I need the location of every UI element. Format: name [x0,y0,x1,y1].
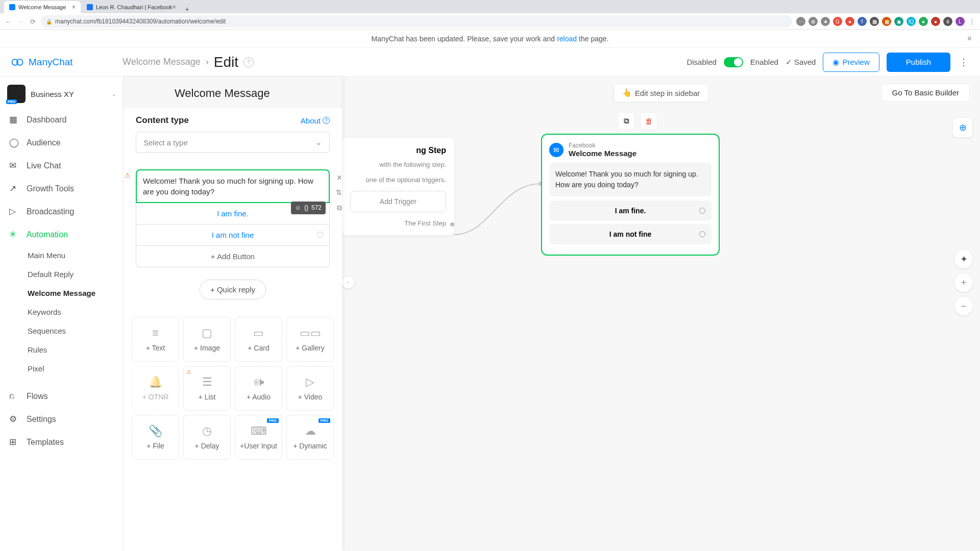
flow-canvas[interactable]: 👆 Edit step in sidebar Go To Basic Build… [342,77,980,551]
quick-reply-button[interactable]: + Quick reply [200,280,266,299]
ext-icon[interactable]: f [857,17,867,26]
ext-icon[interactable]: ● [919,17,928,26]
browser-tab-active[interactable]: Welcome Message × [4,1,81,13]
output-port-icon[interactable] [699,208,705,214]
ext-icon[interactable]: IQ [906,17,916,26]
ext-icon[interactable]: ⏸ [943,17,952,26]
message-text-input[interactable]: Welcome! Thank you so much for signing u… [136,169,330,203]
block-otnr[interactable]: 🔔+ OTNR [132,366,179,411]
nav-item-settings[interactable]: ⚙Settings [0,408,123,431]
sub-item-rules[interactable]: Rules [28,340,123,359]
nav-item-dashboard[interactable]: ▦Dashboard [0,108,123,131]
block-audio[interactable]: 🕪+ Audio [235,366,282,411]
pro-badge: PRO [6,99,17,104]
duplicate-icon[interactable]: ⧉ [618,112,635,130]
block-dynamic[interactable]: PRO☁+ Dynamic [286,415,334,460]
ext-icon[interactable]: G [833,17,842,26]
sub-item-sequences[interactable]: Sequences [28,321,123,340]
node-header: ✉ Facebook Welcome Message [549,142,712,158]
basic-builder-button[interactable]: Go To Basic Builder [881,84,970,102]
chevron-down-icon: ⌄ [315,138,322,147]
block-gallery[interactable]: ▭▭+ Gallery [286,317,334,362]
sub-item-welcome-message[interactable]: Welcome Message [28,284,123,303]
forward-icon[interactable]: → [16,17,24,26]
ext-icon[interactable]: ⊕ [808,17,818,26]
lock-icon: 🔒 [46,19,52,24]
block-list[interactable]: ⚠☰+ List [183,366,231,411]
warning-icon: ⚠ [125,171,131,179]
sub-item-main-menu[interactable]: Main Menu [28,246,123,265]
welcome-message-node[interactable]: ✉ Facebook Welcome Message Welcome! Than… [541,134,720,256]
back-icon[interactable]: ← [4,17,12,26]
sub-item-default-reply[interactable]: Default Reply [28,265,123,284]
block-file[interactable]: 📎+ File [132,415,179,460]
nav-item-flows[interactable]: ⎌Flows [0,385,123,408]
close-icon[interactable]: × [173,4,176,11]
ext-icon[interactable]: ⋯ [796,17,805,26]
pro-badge: PRO [318,418,330,423]
close-icon[interactable]: × [72,4,76,11]
emoji-icon[interactable]: ☺ [295,204,301,212]
ext-icon[interactable]: ● [845,17,854,26]
ext-icon[interactable]: ▦ [882,17,891,26]
add-trigger-button[interactable]: Add Trigger [350,191,446,212]
publish-button[interactable]: Publish [887,53,950,72]
nav-item-automation[interactable]: ✳Automation [0,223,123,246]
node-button[interactable]: I am fine. [549,201,712,221]
add-button[interactable]: + Add Button [136,246,330,267]
delete-icon[interactable]: 🗑 [640,112,657,130]
edit-sidebar-button[interactable]: 👆 Edit step in sidebar [614,84,709,102]
breadcrumb-root[interactable]: Welcome Message [122,57,201,67]
block-image[interactable]: ▢+ Image [183,317,231,362]
logo[interactable]: ManyChat [10,55,122,69]
more-icon[interactable]: ⋮ [958,57,970,68]
block-text[interactable]: ≡+ Text [132,317,179,362]
reload-link[interactable]: reload [557,35,577,43]
drag-icon[interactable]: ⇅ [336,188,342,198]
auto-arrange-icon[interactable]: ✦ [954,250,973,268]
sub-item-keywords[interactable]: Keywords [28,303,123,321]
node-actions: ⧉ 🗑 [618,112,657,130]
ext-icon[interactable]: ▦ [870,17,879,26]
reload-icon[interactable]: ⟳ [29,17,37,26]
about-link[interactable]: About ? [301,116,330,125]
zoom-in-icon[interactable]: + [954,273,973,292]
content-type-select[interactable]: Select a type ⌄ [136,132,330,153]
close-icon[interactable]: × [967,34,972,43]
message-button[interactable]: I am not fine [136,224,330,246]
select-placeholder: Select a type [143,138,188,147]
nav-item-growth-tools[interactable]: ↗Growth Tools [0,177,123,200]
output-port-icon[interactable] [699,231,705,237]
ext-icon[interactable]: ◉ [894,17,903,26]
url-input[interactable]: 🔒 manychat.com/fb181039443240830​9/autom… [41,15,792,28]
variable-icon[interactable]: {} [304,204,308,212]
edit-sidebar-label: Edit step in sidebar [635,89,700,97]
menu-icon[interactable]: ⋮ [968,17,976,25]
help-icon[interactable]: ? [243,57,254,67]
zoom-out-icon[interactable]: − [954,297,973,315]
browser-tab[interactable]: Leon R. Chaudhari | Facebook × [82,1,181,13]
collapse-panel-icon[interactable]: ‹ [341,276,355,289]
nav-item-audience[interactable]: ◯Audience [0,131,123,154]
nav-item-broadcasting[interactable]: ▷Broadcasting [0,200,123,223]
workspace-selector[interactable]: PRO Business XY ⌄ [0,80,123,108]
node-button[interactable]: I am not fine [549,224,712,244]
block-delay[interactable]: ◷+ Delay [183,415,231,460]
starting-step-node[interactable]: ng Step with the following step. one of … [342,138,454,235]
ext-icon[interactable]: ● [931,17,940,26]
block-card[interactable]: ▭+ Card [235,317,282,362]
close-icon[interactable]: × [336,171,342,184]
block-video[interactable]: ▷+ Video [286,366,334,411]
nav-item-live-chat[interactable]: ✉Live Chat [0,154,123,177]
avatar-icon[interactable]: L [955,17,965,26]
add-step-icon[interactable]: ⊕ [952,117,973,138]
ext-icon[interactable]: ★ [821,17,830,26]
copy-icon[interactable]: ⧉ [337,203,342,213]
new-tab-button[interactable]: + [182,5,192,13]
block-userinput[interactable]: PRO⌨+User Input [235,415,282,460]
enabled-toggle[interactable] [724,57,743,67]
message-text: Welcome! Thank you so much for signing u… [143,177,313,196]
sub-item-pixel[interactable]: Pixel [28,359,123,378]
nav-item-templates[interactable]: ⊞Templates [0,431,123,454]
preview-button[interactable]: ◉ Preview [823,53,879,72]
